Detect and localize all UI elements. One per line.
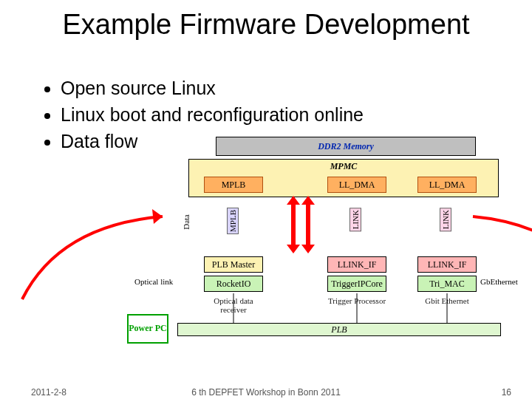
arrow-optical-in-icon <box>15 203 177 307</box>
block-trigger-ipcore: TriggerIPCore <box>327 276 386 292</box>
page-title: Example Firmware Development <box>0 9 532 41</box>
label-mplb-vertical: MPLB <box>227 208 239 234</box>
label-optical-link: Optical link <box>134 277 173 286</box>
firmware-diagram: DDR2 Memory MPMC MPLB LL_DMA LL_DMA Data… <box>118 137 510 358</box>
label-gb-ethernet: GbEthernet <box>480 277 518 286</box>
block-rocketio: RocketIO <box>204 276 263 292</box>
footer-page-number: 16 <box>502 387 511 398</box>
block-llink-if-2: LLINK_IF <box>417 256 477 273</box>
block-plb-master: PLB Master <box>204 256 263 273</box>
label-data-vertical: Data <box>182 214 191 230</box>
port-ll-dma-1: LL_DMA <box>327 177 386 193</box>
bullet-item: Linux boot and reconfiguration online <box>61 103 364 128</box>
label-link-vertical-2: LINK <box>440 208 451 231</box>
svg-marker-0 <box>152 209 163 224</box>
block-ddr2-memory: DDR2 Memory <box>216 137 476 156</box>
port-mplb: MPLB <box>204 177 263 193</box>
connectors-icon <box>177 290 502 326</box>
bullet-item: Open source Linux <box>61 76 364 101</box>
footer-event: 6 th DEPFET Workshop in Bonn 2011 <box>0 387 532 398</box>
block-llink-if-1: LLINK_IF <box>327 256 386 273</box>
block-tri-mac: Tri_MAC <box>417 276 477 292</box>
block-power-pc: Power PC <box>127 314 168 344</box>
port-ll-dma-2: LL_DMA <box>417 177 477 193</box>
label-link-vertical-1: LINK <box>349 208 361 231</box>
